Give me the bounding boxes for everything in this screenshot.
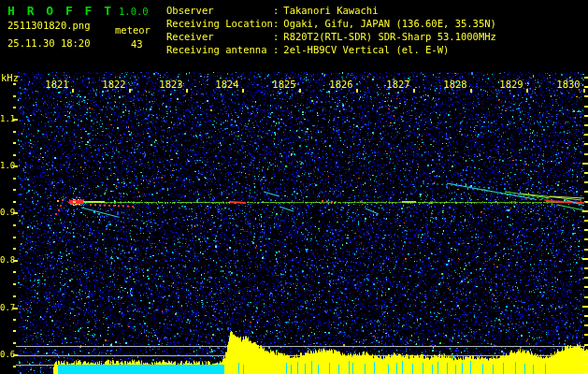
- time-tick-label: 1827: [383, 79, 413, 90]
- time-tick-label: 1823: [156, 79, 186, 90]
- freq-tick-label: 0.8: [0, 255, 13, 265]
- time-tick-label: 1828: [440, 79, 470, 90]
- info-value: Ogaki, Gifu, JAPAN (136.60E, 35.35N): [283, 18, 496, 29]
- freq-unit-label: kHz: [1, 72, 19, 83]
- info-label: Receiving antenna: [166, 43, 273, 56]
- time-tick-label: 1826: [326, 79, 356, 90]
- info-row-3: Receiving antenna:2el-HB9CV Vertical (el…: [166, 43, 496, 56]
- info-colon: :: [273, 4, 279, 17]
- freq-tick-label: 1.0: [0, 161, 13, 170]
- info-colon: :: [273, 43, 279, 56]
- freq-tick-label: 0.6: [0, 350, 13, 359]
- info-colon: :: [273, 17, 279, 30]
- freq-tick-label: 0.7: [0, 303, 13, 312]
- app-title: H R O F F T: [7, 4, 114, 18]
- echo-count: 43: [131, 38, 143, 50]
- app-version: 1.0.0: [119, 6, 149, 17]
- time-tick-label: 1824: [212, 79, 242, 90]
- info-colon: :: [273, 30, 279, 43]
- time-tick-label: 1821: [42, 79, 72, 90]
- mode-label: meteor: [115, 24, 151, 36]
- info-label: Receiving Location: [166, 17, 273, 30]
- datetime-label: 25.11.30 18:20: [7, 37, 91, 49]
- time-tick-label: 1822: [99, 79, 129, 90]
- hrofft-screen: H R O F F T 1.0.0 2511301820.png meteor …: [0, 0, 588, 374]
- time-tick-label: 1825: [269, 79, 299, 90]
- freq-tick-label: 1.1: [0, 114, 13, 123]
- spectrogram-plot: [0, 0, 588, 374]
- output-filename: 2511301820.png: [7, 20, 91, 31]
- info-label: Observer: [166, 4, 273, 17]
- time-tick-label: 1829: [496, 79, 526, 90]
- time-tick-label: 1830: [553, 79, 583, 90]
- observer-info-block: Observer:Takanori KawachiReceiving Locat…: [166, 4, 496, 56]
- info-row-2: Receiver:R820T2(RTL-SDR) SDR-Sharp 53.10…: [166, 30, 496, 43]
- info-label: Receiver: [166, 30, 273, 43]
- info-row-0: Observer:Takanori Kawachi: [166, 4, 496, 17]
- info-value: R820T2(RTL-SDR) SDR-Sharp 53.1000MHz: [283, 31, 496, 42]
- info-row-1: Receiving Location:Ogaki, Gifu, JAPAN (1…: [166, 17, 496, 30]
- freq-tick-label: 0.9: [0, 208, 13, 217]
- info-value: 2el-HB9CV Vertical (el. E-W): [283, 44, 449, 55]
- info-value: Takanori Kawachi: [283, 5, 378, 16]
